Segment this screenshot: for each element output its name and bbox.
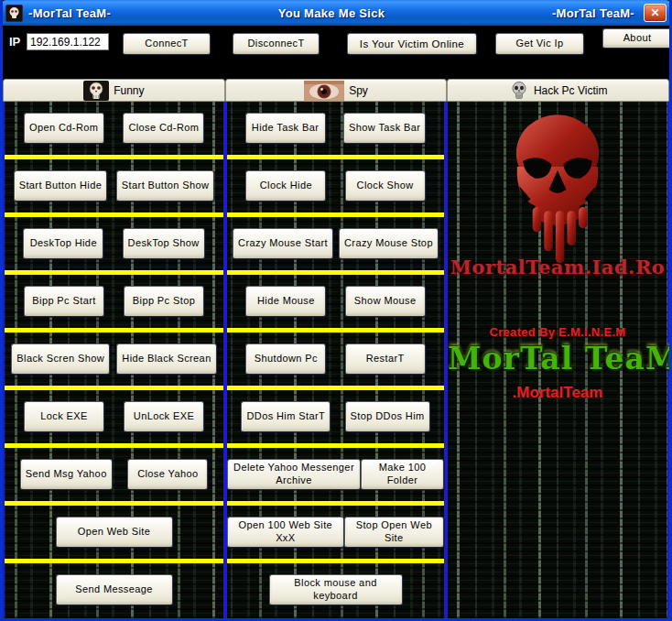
button-row: Delete Yahoo Messenger ArchiveMake 100 F… [227, 448, 444, 501]
tab-spy-label: Spy [349, 84, 368, 97]
button-row: Send Msg YahooClose Yahoo [5, 448, 223, 501]
get-vic-ip-button[interactable]: Get Vic Ip [495, 33, 584, 55]
block-mouse-and-keyboard-button[interactable]: Block mouse and keyboard [269, 574, 403, 605]
main-area: Open Cd-RomClose Cd-RomStart Button Hide… [3, 102, 669, 618]
about-button[interactable]: About [602, 28, 672, 49]
button-row: Lock EXEUnLock EXE [5, 390, 223, 443]
hack-skull-icon [509, 81, 529, 101]
desktop-show-button[interactable]: DeskTop Show [123, 228, 205, 259]
red-skull-icon [495, 111, 620, 265]
stop-ddos-him-button[interactable]: Stop DDos Him [345, 401, 430, 432]
tab-strip: Funny Spy Hack Pc Victi [3, 79, 669, 102]
button-row: DDos Him StarTStop DDos Him [227, 390, 444, 443]
crazy-mouse-stop-button[interactable]: Crazy Mouse Stop [339, 228, 439, 259]
titlebar: -MorTal TeaM- You Make Me Sick -MorTal T… [0, 0, 672, 26]
team-name-text: .MortalTeam [448, 384, 667, 402]
button-row: Clock HideClock Show [227, 159, 444, 212]
system-commands-column: Hide Task BarShow Task BarClock HideCloc… [227, 102, 448, 618]
disconnect-button[interactable]: DisconnecT [233, 33, 320, 55]
send-msg-yahoo-button[interactable]: Send Msg Yahoo [20, 459, 113, 490]
button-row: Shutdown PcRestarT [227, 332, 444, 386]
black-scren-show-button[interactable]: Black Scren Show [11, 343, 110, 375]
window-title-left: -MorTal TeaM- [28, 6, 111, 20]
button-row: Hide Task BarShow Task Bar [227, 102, 444, 155]
close-yahoo-button[interactable]: Close Yahoo [127, 459, 208, 490]
restart-button[interactable]: RestarT [345, 343, 426, 375]
close-button[interactable]: ✕ [644, 4, 667, 22]
clock-show-button[interactable]: Clock Show [345, 170, 426, 202]
hide-black-screan-button[interactable]: Hide Black Screan [116, 343, 216, 375]
app-window: -MorTal TeaM- You Make Me Sick -MorTal T… [0, 0, 672, 621]
show-task-bar-button[interactable]: Show Task Bar [343, 113, 426, 144]
open-web-site-button[interactable]: Open Web Site [56, 517, 173, 548]
shutdown-pc-button[interactable]: Shutdown Pc [245, 343, 326, 375]
site-text: MortalTeam.Iad.Ro [448, 256, 667, 278]
funny-commands-column: Open Cd-RomClose Cd-RomStart Button Hide… [3, 102, 227, 618]
button-row: Hide MouseShow Mouse [227, 275, 444, 328]
button-row: Send Messeage [5, 563, 223, 616]
button-row: Open 100 Web Site XxXStop Open Web Site [227, 506, 444, 559]
connect-button[interactable]: ConnecT [123, 33, 211, 55]
app-icon [5, 5, 23, 22]
make-100-folder-button[interactable]: Make 100 Folder [361, 459, 444, 490]
button-row: Black Scren ShowHide Black Screan [5, 332, 223, 386]
ip-input[interactable] [27, 33, 109, 50]
tab-hack-label: Hack Pc Victim [534, 84, 607, 97]
app-skull-icon [7, 6, 21, 20]
window-title-center: You Make Me Sick [116, 6, 547, 20]
start-button-hide-button[interactable]: Start Button Hide [14, 170, 108, 202]
open-100-web-site-xxx-button[interactable]: Open 100 Web Site XxX [227, 517, 344, 548]
button-row: DeskTop HideDeskTop Show [5, 217, 223, 270]
close-cd-rom-button[interactable]: Close Cd-Rom [123, 113, 204, 144]
ddos-him-start-button[interactable]: DDos Him StarT [241, 401, 331, 432]
desktop-hide-button[interactable]: DeskTop Hide [23, 228, 103, 259]
team-logo-text: MorTal TeaM [448, 341, 667, 376]
button-row: Open Cd-RomClose Cd-Rom [5, 102, 223, 155]
tab-hack-pc-victim[interactable]: Hack Pc Victim [447, 79, 669, 102]
hide-mouse-button[interactable]: Hide Mouse [245, 286, 326, 317]
crazy-mouse-start-button[interactable]: Crazy Mouse Start [233, 228, 333, 259]
delete-yahoo-messenger-archive-button[interactable]: Delete Yahoo Messenger Archive [227, 459, 361, 490]
tab-funny[interactable]: Funny [3, 79, 225, 102]
button-row: Start Button HideStart Button Show [5, 159, 223, 212]
toolbar: IP ConnecT DisconnecT Is Your Victim Onl… [3, 26, 669, 79]
is-your-victim-online-button[interactable]: Is Your Victim Online [347, 33, 477, 55]
lock-exe-button[interactable]: Lock EXE [24, 401, 104, 432]
button-row: Crazy Mouse StartCrazy Mouse Stop [227, 217, 444, 270]
bipp-pc-stop-button[interactable]: Bipp Pc Stop [124, 286, 204, 317]
button-row: Open Web Site [5, 506, 223, 559]
tab-funny-label: Funny [114, 84, 144, 97]
bipp-pc-start-button[interactable]: Bipp Pc Start [24, 286, 104, 317]
start-button-show-button[interactable]: Start Button Show [116, 170, 214, 202]
send-messeage-button[interactable]: Send Messeage [56, 574, 173, 605]
close-icon: ✕ [650, 6, 659, 19]
button-row: Block mouse and keyboard [227, 563, 444, 616]
tab-spy[interactable]: Spy [225, 79, 448, 102]
spy-eye-icon [304, 81, 344, 101]
window-title-right: -MorTal TeaM- [552, 6, 634, 20]
unlock-exe-button[interactable]: UnLock EXE [124, 401, 204, 432]
button-row: Bipp Pc StartBipp Pc Stop [5, 275, 223, 328]
stop-open-web-site-button[interactable]: Stop Open Web Site [344, 517, 444, 548]
hide-task-bar-button[interactable]: Hide Task Bar [245, 113, 326, 144]
ip-label: IP [9, 35, 20, 49]
show-mouse-button[interactable]: Show Mouse [345, 286, 426, 317]
funny-skull-icon [83, 81, 109, 101]
open-cd-rom-button[interactable]: Open Cd-Rom [24, 113, 104, 144]
clock-hide-button[interactable]: Clock Hide [245, 170, 326, 202]
credit-text: Created By E.M.I.N.E.M [448, 325, 667, 339]
branding-panel: MortalTeam.Iad.Ro Created By E.M.I.N.E.M… [448, 102, 669, 618]
punisher-skull-logo [495, 111, 620, 265]
